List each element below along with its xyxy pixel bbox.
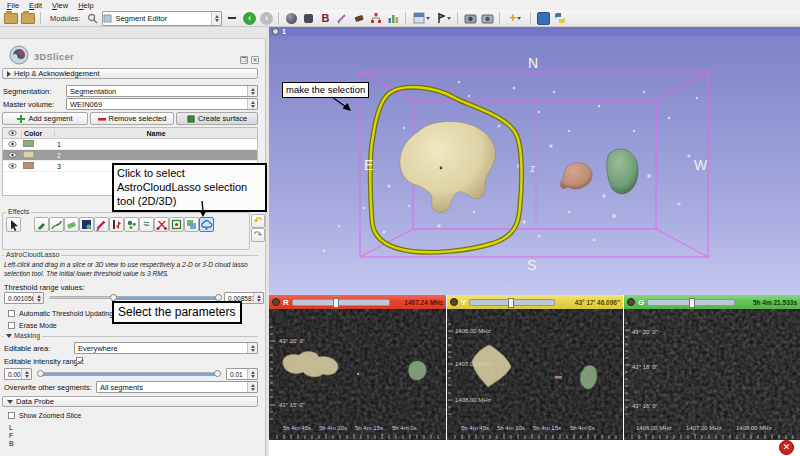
- segment-color-swatch[interactable]: [23, 151, 34, 158]
- layout-selector-icon[interactable]: [411, 12, 431, 25]
- undock-icon[interactable]: ❐: [240, 56, 248, 64]
- threshold-upper-handle[interactable]: [215, 294, 222, 301]
- red-slice-viewport[interactable]: 43° 20' 0" 43° 15' 0" 5h 4m 45s 5h 4m 30…: [269, 309, 446, 440]
- draw-effect-button[interactable]: [49, 217, 64, 232]
- slider-handle[interactable]: [689, 298, 695, 308]
- fill-between-slices-effect-button[interactable]: [79, 217, 94, 232]
- segment-3-surface[interactable]: [561, 163, 593, 189]
- visibility-toggle[interactable]: [3, 163, 21, 170]
- module-history-icon[interactable]: [225, 12, 239, 25]
- b-logo-icon[interactable]: B: [318, 12, 332, 25]
- mouse-interaction-icon[interactable]: [434, 12, 452, 25]
- extensions-install-icon[interactable]: +: [505, 12, 525, 25]
- none-effect-button[interactable]: [6, 217, 21, 232]
- x-tick-label: 5h 4m 45s: [283, 425, 311, 431]
- erase-mode-checkbox[interactable]: [8, 322, 15, 329]
- visibility-toggle[interactable]: [3, 152, 21, 159]
- data-probe-header[interactable]: Data Probe: [2, 396, 258, 407]
- back-icon[interactable]: ‹: [242, 12, 256, 25]
- erase-effect-button[interactable]: [64, 217, 79, 232]
- threshold-lower-handle[interactable]: [110, 294, 117, 301]
- smoothing-effect-button[interactable]: ≈: [139, 217, 154, 232]
- segment-1-slice-overlay[interactable]: [408, 361, 426, 380]
- visibility-toggle[interactable]: [3, 141, 21, 148]
- green-slice-viewport[interactable]: 43° 20' 0" 43° 18' 0" 43° 16' 0" 1406.00…: [624, 309, 800, 440]
- scene-views-icon[interactable]: [480, 12, 494, 25]
- segment-3-slice-overlay[interactable]: [555, 376, 562, 379]
- editable-area-selector[interactable]: Everywhere: [74, 342, 258, 354]
- threshold-effect-button[interactable]: [109, 217, 124, 232]
- segment-name[interactable]: 1: [53, 141, 257, 148]
- masking-title[interactable]: Masking: [4, 332, 42, 339]
- margin-effect-button[interactable]: [169, 217, 184, 232]
- intensity-min-spinbox[interactable]: 0.00: [4, 368, 32, 380]
- overwrite-selector[interactable]: All segments: [96, 381, 258, 393]
- paint-effect-button[interactable]: [34, 217, 49, 232]
- green-slice-offset-slider[interactable]: [647, 299, 735, 306]
- red-slice-offset-slider[interactable]: [292, 299, 390, 306]
- auto-threshold-checkbox[interactable]: [8, 310, 15, 317]
- remove-selected-button[interactable]: Remove selected: [90, 112, 174, 125]
- help-section-header[interactable]: Help & Acknowledgement: [2, 68, 258, 79]
- load-data-icon[interactable]: [4, 12, 18, 25]
- menu-view[interactable]: View: [48, 1, 72, 10]
- red-slice-controller[interactable]: R 1407.24 MHz: [269, 295, 446, 309]
- segment-1-surface[interactable]: [607, 149, 638, 194]
- intensity-upper-handle[interactable]: [214, 370, 221, 377]
- yellow-slice-viewport[interactable]: 1406.00 MHz 1407.00 MHz 1408.00 MHz 5h 4…: [447, 309, 623, 440]
- pin-icon[interactable]: [627, 298, 635, 306]
- show-zoomed-slice-checkbox[interactable]: [8, 412, 15, 419]
- sphere-module-icon[interactable]: [284, 12, 298, 25]
- segmentation-selector[interactable]: Segmentation: [66, 85, 258, 97]
- view3d-viewport[interactable]: N E W S z: [269, 36, 800, 295]
- chart-icon[interactable]: [386, 12, 400, 25]
- segment-color-swatch[interactable]: [23, 162, 34, 169]
- yellow-slice-offset-slider[interactable]: [469, 299, 555, 306]
- add-segment-button[interactable]: Add segment: [2, 112, 88, 125]
- editable-intensity-checkbox[interactable]: [76, 357, 83, 364]
- panel-close-icon[interactable]: ✕: [251, 56, 259, 64]
- module-selector[interactable]: Segment Editor: [102, 11, 222, 26]
- python-console-icon[interactable]: [553, 12, 567, 25]
- astro-cloud-lasso-effect-button[interactable]: [199, 217, 214, 232]
- eraser-icon[interactable]: [352, 12, 366, 25]
- islands-effect-button[interactable]: [124, 217, 139, 232]
- pin-icon[interactable]: [272, 28, 279, 35]
- save-data-icon[interactable]: [21, 12, 35, 25]
- intensity-max-spinbox[interactable]: 0.01: [226, 368, 258, 380]
- green-slice-controller[interactable]: G 5h 4m 21.533s: [624, 295, 800, 309]
- probe-label-l: L: [9, 424, 13, 431]
- segment-color-swatch[interactable]: [23, 140, 34, 147]
- master-volume-selector[interactable]: WEIN069: [66, 98, 258, 110]
- segment-name[interactable]: 2: [53, 152, 257, 159]
- slider-handle[interactable]: [333, 298, 339, 308]
- intensity-lower-handle[interactable]: [37, 370, 44, 377]
- pin-icon[interactable]: [272, 298, 280, 306]
- segment-row-2-selected[interactable]: 2: [3, 150, 257, 161]
- error-close-icon[interactable]: ✕: [779, 440, 794, 455]
- view3d-header-bar[interactable]: 1: [269, 27, 800, 36]
- segment-2-surface[interactable]: [400, 121, 495, 212]
- create-surface-button[interactable]: Create surface: [176, 112, 258, 125]
- threshold-min-spinbox[interactable]: 0.001056: [4, 292, 44, 304]
- logical-operators-effect-button[interactable]: [184, 217, 199, 232]
- segmentation-value: Segmentation: [67, 87, 247, 96]
- module-search-icon[interactable]: [85, 12, 99, 25]
- hierarchy-icon[interactable]: [369, 12, 383, 25]
- scissors-effect-button[interactable]: [154, 217, 169, 232]
- menu-help[interactable]: Help: [74, 1, 97, 10]
- cube-module-icon[interactable]: [301, 12, 315, 25]
- paint-over-effect-button[interactable]: [94, 217, 109, 232]
- slider-handle[interactable]: [508, 298, 514, 308]
- pin-icon[interactable]: [450, 298, 458, 306]
- redo-button[interactable]: ↷: [251, 228, 265, 242]
- screenshot-icon[interactable]: [463, 12, 477, 25]
- extensions-manager-icon[interactable]: [536, 12, 550, 25]
- undo-button[interactable]: ↶: [251, 214, 265, 228]
- marker-pen-icon[interactable]: [335, 12, 349, 25]
- menu-file[interactable]: File: [3, 1, 23, 10]
- menu-edit[interactable]: Edit: [25, 1, 46, 10]
- yellow-slice-controller[interactable]: Y 43° 17' 46.096": [447, 295, 623, 309]
- forward-icon[interactable]: ›: [259, 12, 273, 25]
- segment-row-1[interactable]: 1: [3, 139, 257, 150]
